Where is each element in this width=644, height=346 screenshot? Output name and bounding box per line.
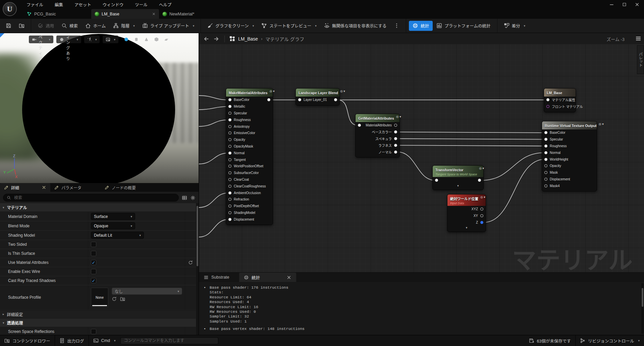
pin-Mask-in[interactable] (544, 171, 547, 174)
hierarchy-button[interactable]: 階層▾ (109, 21, 139, 31)
details-tab-パラメータ[interactable]: パラメータ (50, 183, 101, 192)
details-scrollbar[interactable] (196, 203, 199, 335)
settings-gear-icon[interactable] (190, 195, 196, 200)
hide-unrelated-options-button[interactable] (390, 21, 403, 31)
pin-AmbientOcclusion-in[interactable] (228, 191, 231, 194)
revision-control-button[interactable]: リビジョンコントロール▾ (576, 335, 644, 346)
details-search-input[interactable] (13, 195, 175, 200)
material-domain-select[interactable]: Surface▾ (91, 213, 135, 220)
graph-node-rvt[interactable]: Runtime Virtual Texture Output◎ ▾BaseCol… (542, 121, 597, 191)
pin-MaterialAttributes-out[interactable] (394, 124, 397, 127)
pin-XY-out[interactable] (480, 214, 483, 217)
pin-Z-out[interactable] (480, 221, 483, 224)
collapse-chevron-icon[interactable]: ▾ (433, 184, 483, 188)
graph-node-lmbase[interactable]: LM_Baseマテリアル属性フロント マテリアル (544, 88, 576, 112)
enable-exec-wire-checkbox[interactable] (91, 269, 96, 274)
material-graph-panel[interactable]: マテリアル MakeMaterialAttributes◎ ▾BaseColor… (199, 33, 644, 272)
pin-Roughness-in[interactable] (544, 145, 547, 148)
breadcrumb-asset[interactable]: LM_Base (238, 36, 258, 42)
menu-file[interactable]: ファイル (21, 0, 49, 9)
browse-button[interactable] (15, 21, 28, 31)
pin-Specular-in[interactable] (228, 112, 231, 115)
pin-Layer Layer_01-out[interactable] (334, 98, 337, 101)
pin-Anisotropy-in[interactable] (228, 125, 231, 128)
menu-asset[interactable]: アセット (69, 0, 97, 9)
pin-ClearCoatRoughness-in[interactable] (228, 185, 231, 188)
pin-PixelDepthOffset-in[interactable] (228, 205, 231, 208)
node-header[interactable]: Runtime Virtual Texture Output◎ ▾ (542, 121, 597, 129)
pin-tv-in[interactable] (435, 179, 438, 182)
forward-icon[interactable] (213, 36, 220, 42)
shape-sphere-button[interactable] (123, 36, 129, 43)
pin-XYZ-out[interactable] (480, 208, 483, 211)
window-minimize-button[interactable] (606, 1, 616, 8)
screen-space-reflections-checkbox[interactable] (91, 329, 96, 334)
preview-viewport[interactable]: パースペクティブ▾ライティングあり▾▾▾ Z Y X (0, 33, 199, 183)
details-tab-詳細[interactable]: 詳細 (0, 183, 50, 192)
close-icon[interactable] (42, 185, 46, 190)
pin-Layer Layer_01-in[interactable] (298, 98, 301, 101)
console-command-input[interactable] (120, 337, 218, 344)
back-icon[interactable] (203, 36, 210, 42)
window-close-button[interactable] (632, 1, 642, 8)
two-sided-checkbox[interactable] (91, 242, 96, 247)
pin-ラフネス-out[interactable] (394, 144, 397, 147)
grid-view-icon[interactable] (182, 195, 187, 200)
node-header[interactable]: MakeMaterialAttributes◎ ▾ (226, 89, 273, 97)
window-maximize-button[interactable] (619, 1, 629, 8)
pin-ClearCoat-in[interactable] (228, 178, 231, 181)
pin-Tangent-in[interactable] (228, 158, 231, 161)
node-header[interactable]: TransformVectorTangent Space to World Sp… (433, 166, 483, 177)
menu-edit[interactable]: 編集 (49, 0, 69, 9)
asset-thumbnail[interactable]: None (91, 288, 108, 307)
node-header[interactable]: Landscape Layer Blend◎ ▾ (296, 89, 339, 97)
blend-mode-select[interactable]: Opaque▾ (91, 222, 135, 229)
pin-BaseColor-in[interactable] (544, 131, 547, 134)
bottom-tab-Substrate[interactable]: Substrate (199, 273, 239, 282)
close-icon[interactable] (152, 12, 156, 16)
node-header[interactable]: LM_Base (544, 89, 576, 97)
apply-button[interactable]: 適用 (34, 21, 58, 31)
asset-tab-PCG_Basic[interactable]: PCG_Basic (23, 9, 91, 19)
pin-ノーマル-out[interactable] (394, 151, 397, 154)
pin-ShadingModel-in[interactable] (228, 211, 231, 214)
pin-BaseColor-out[interactable] (267, 98, 270, 101)
shading-model-select[interactable]: Default Lit▾ (91, 232, 144, 239)
graph-node-awp[interactable]: 絶対ワールド位置Input Data◎ ▾XYZXYZ▾ (447, 194, 486, 232)
node-header[interactable]: GetMaterialAttributes◎ ▾ (356, 114, 399, 122)
shape-cube-button[interactable] (153, 36, 160, 43)
lit-dropdown[interactable]: ライティングあり▾ (56, 36, 81, 43)
pin-フロント マテリアル-in[interactable] (546, 105, 549, 108)
shape-mesh-button[interactable] (163, 36, 170, 43)
is-thin-surface-checkbox[interactable] (91, 251, 96, 256)
live-update-button[interactable]: ライブ アップデート▾ (139, 21, 198, 31)
asset-tab-LM_Base[interactable]: LM_Base (91, 9, 159, 19)
collapse-chevron-icon[interactable]: ▾ (447, 226, 486, 230)
pin-Displacement-in[interactable] (544, 178, 547, 181)
pin-スペキュラ-out[interactable] (394, 137, 397, 140)
menu-window[interactable]: ウィンドウ (97, 0, 129, 9)
stats-scrollbar[interactable] (641, 283, 644, 334)
pin-Displacement-in[interactable] (228, 218, 231, 221)
details-tab-ノードの概要[interactable]: ノードの概要 (101, 183, 151, 192)
node-header[interactable]: 絶対ワールド位置Input Data◎ ▾ (447, 194, 486, 206)
asset-tab-NewMaterial[interactable]: NewMaterial* (159, 9, 203, 19)
pin-Normal-in[interactable] (544, 151, 547, 154)
hide-unrelated-button[interactable]: 無関係な項目を非表示にする (320, 21, 390, 31)
use-material-attributes-checkbox[interactable]: ✓ (91, 260, 96, 265)
pin-Normal-in[interactable] (228, 152, 231, 155)
pin-OpacityMask-in[interactable] (228, 145, 231, 148)
graph-node-make[interactable]: MakeMaterialAttributes◎ ▾BaseColorMetall… (226, 88, 273, 225)
output-log-button[interactable]: 出力ログ (55, 335, 89, 346)
graph-node-tv[interactable]: TransformVectorTangent Space to World Sp… (432, 165, 484, 190)
graph-node-getma[interactable]: GetMaterialAttributes◎ ▾MaterialAttribut… (355, 114, 400, 158)
shape-cylinder-button[interactable] (133, 36, 140, 43)
pin-WorldHeight-in[interactable] (544, 158, 547, 161)
save-button[interactable] (2, 21, 15, 31)
pin-Metallic-in[interactable] (228, 105, 231, 108)
clean-graph-button[interactable]: グラフをクリーン▾ (204, 21, 258, 31)
menu-help[interactable]: ヘルプ (153, 0, 177, 9)
pin-MaterialAttributes-in[interactable] (358, 124, 361, 127)
pin-マテリアル属性-in[interactable] (546, 98, 549, 101)
search-button[interactable]: 検索 (58, 21, 82, 31)
